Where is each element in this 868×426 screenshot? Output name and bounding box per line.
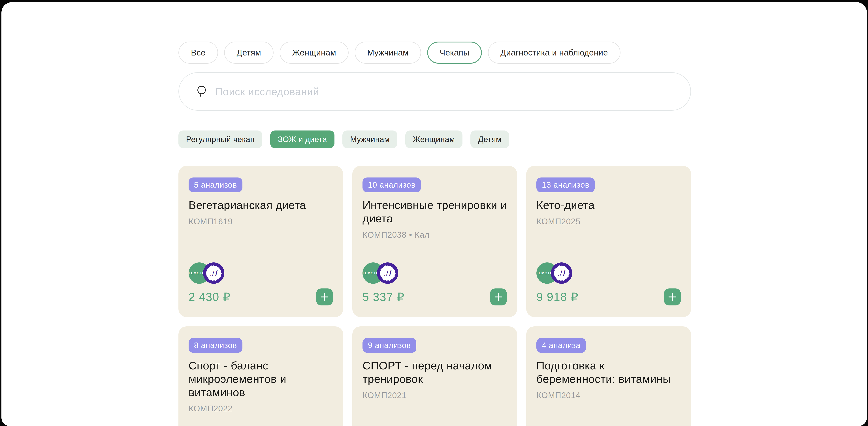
lab-logos: ГЕМОТЕСТ Л bbox=[536, 262, 681, 284]
checkup-cards-grid: 5 анализов Вегетарианская диета КОМП1619… bbox=[179, 166, 691, 426]
checkup-card-0[interactable]: 5 анализов Вегетарианская диета КОМП1619… bbox=[179, 166, 343, 317]
category-tab-0[interactable]: Все bbox=[179, 41, 218, 64]
card-title: Вегетарианская диета bbox=[189, 198, 333, 212]
category-tab-5[interactable]: Диагностика и наблюдение bbox=[488, 41, 620, 64]
card-footer: 5 337 ₽ bbox=[363, 289, 507, 305]
plus-icon bbox=[494, 293, 503, 301]
card-price: 5 337 ₽ bbox=[363, 290, 405, 304]
analyses-count-badge: 5 анализов bbox=[189, 177, 243, 192]
card-price: 2 430 ₽ bbox=[189, 290, 231, 304]
card-footer: 9 918 ₽ bbox=[536, 289, 681, 305]
checkup-card-1[interactable]: 10 анализов Интенсивные тренировки и дие… bbox=[352, 166, 517, 317]
add-to-cart-button[interactable] bbox=[490, 289, 507, 305]
filter-chip-2[interactable]: Мужчинам bbox=[342, 130, 397, 148]
filter-chips: Регулярный чекапЗОЖ и диетаМужчинамЖенщи… bbox=[179, 130, 691, 148]
card-code: КОМП2038 • Кал bbox=[363, 230, 507, 240]
card-title: Интенсивные тренировки и диета bbox=[363, 198, 507, 225]
card-code: КОМП1619 bbox=[189, 217, 333, 226]
filter-chip-3[interactable]: Женщинам bbox=[405, 130, 463, 148]
card-code: КОМП2022 bbox=[189, 403, 333, 413]
search-input[interactable] bbox=[215, 73, 690, 110]
filter-chip-4[interactable]: Детям bbox=[470, 130, 509, 148]
checkup-card-3[interactable]: 8 анализов Спорт - баланс микроэлементов… bbox=[179, 326, 343, 426]
lab-logos: ГЕМОТЕСТ Л bbox=[363, 262, 507, 284]
content-panel: ВсеДетямЖенщинамМужчинамЧекапыДиагностик… bbox=[1, 2, 867, 426]
plus-icon bbox=[668, 293, 677, 301]
checkup-card-2[interactable]: 13 анализов Кето-диета КОМП2025 ГЕМОТЕСТ… bbox=[526, 166, 691, 317]
lab-logos: ГЕМОТЕСТ Л bbox=[189, 262, 333, 284]
card-code: КОМП2025 bbox=[536, 217, 681, 226]
partner-lab-logo-icon: Л bbox=[377, 262, 398, 284]
filter-chip-1[interactable]: ЗОЖ и диета bbox=[270, 130, 335, 148]
catalog-content: ВсеДетямЖенщинамМужчинамЧекапыДиагностик… bbox=[179, 2, 691, 426]
card-price: 9 918 ₽ bbox=[536, 290, 579, 304]
analyses-count-badge: 8 анализов bbox=[189, 338, 243, 353]
analyses-count-badge: 4 анализа bbox=[536, 338, 586, 353]
partner-lab-logo-icon: Л bbox=[551, 262, 572, 284]
analyses-count-badge: 10 анализов bbox=[363, 177, 421, 192]
filter-chip-0[interactable]: Регулярный чекап bbox=[179, 130, 262, 148]
card-title: Спорт - баланс микроэлементов и витамино… bbox=[189, 359, 333, 399]
category-tab-2[interactable]: Женщинам bbox=[280, 41, 348, 64]
analyses-count-badge: 13 анализов bbox=[536, 177, 595, 192]
card-title: СПОРТ - перед началом тренировок bbox=[363, 359, 507, 386]
card-title: Кето-диета bbox=[536, 198, 681, 212]
checkup-card-5[interactable]: 4 анализа Подготовка к беременности: вит… bbox=[526, 326, 691, 426]
add-to-cart-button[interactable] bbox=[664, 289, 681, 305]
checkup-card-4[interactable]: 9 анализов СПОРТ - перед началом трениро… bbox=[352, 326, 517, 426]
card-code: КОМП2021 bbox=[363, 390, 507, 400]
card-footer: 2 430 ₽ bbox=[189, 289, 333, 305]
search-bar bbox=[179, 72, 691, 110]
category-tab-1[interactable]: Детям bbox=[224, 41, 274, 64]
analyses-count-badge: 9 анализов bbox=[363, 338, 416, 353]
add-to-cart-button[interactable] bbox=[316, 289, 333, 305]
category-tab-4[interactable]: Чекапы bbox=[427, 41, 482, 64]
plus-icon bbox=[320, 293, 329, 301]
search-icon bbox=[196, 85, 207, 98]
category-tab-3[interactable]: Мужчинам bbox=[355, 41, 421, 64]
partner-lab-logo-icon: Л bbox=[203, 262, 224, 284]
category-tabs: ВсеДетямЖенщинамМужчинамЧекапыДиагностик… bbox=[179, 41, 691, 64]
card-title: Подготовка к беременности: витамины bbox=[536, 359, 681, 386]
card-code: КОМП2014 bbox=[536, 390, 681, 400]
